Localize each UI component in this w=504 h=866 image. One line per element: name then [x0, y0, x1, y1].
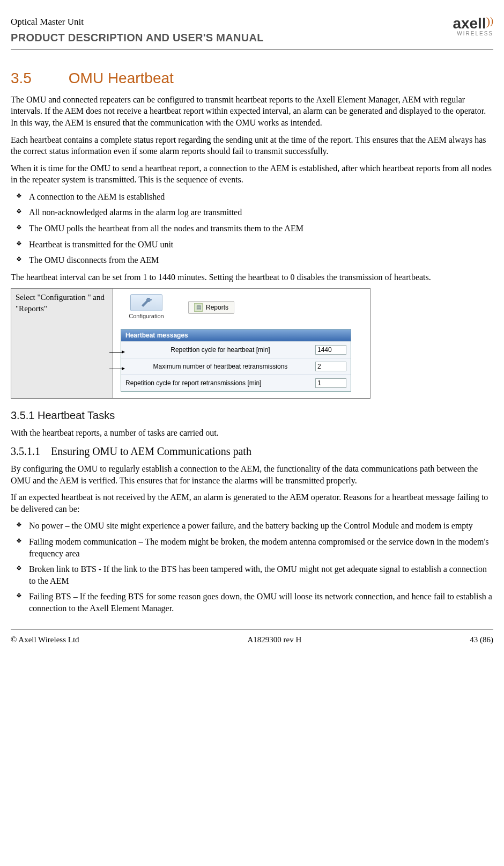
list-item: The OMU polls the heartbeat from all the…: [11, 223, 493, 234]
heartbeat-cycle-input[interactable]: [315, 345, 346, 355]
heartbeat-row-label: Repetition cycle for heartbeat [min]: [171, 346, 270, 354]
page-footer: © Axell Wireless Ltd A1829300 rev H 43 (…: [11, 634, 493, 645]
para-tasks: With the heartbeat reports, a number of …: [11, 427, 493, 439]
para-comm-2: If an expected heartbeat is not received…: [11, 491, 493, 515]
section-heading: 3.5 OMU Heartbeat: [11, 68, 493, 89]
toolbar-row: Configuration ▤ Reports: [121, 294, 366, 320]
heartbeat-row: Repetition cycle for heartbeat [min]: [121, 341, 351, 358]
report-retrans-input[interactable]: [315, 378, 346, 388]
footer-left: © Axell Wireless Ltd: [11, 634, 79, 645]
footer-center: A1829300 rev H: [248, 634, 302, 645]
heartbeat-row: Maximum number of heartbeat retransmissi…: [121, 358, 351, 375]
para-intro-3: When it is time for the OMU to send a he…: [11, 163, 493, 186]
section-number: 3.5: [11, 68, 64, 89]
screenshot-cell: Configuration ▤ Reports Heartbeat messag…: [113, 289, 370, 399]
header-rule: [11, 49, 493, 50]
list-item: All non-acknowledged alarms in the alarm…: [11, 207, 493, 218]
footer-rule: [11, 629, 493, 630]
subsub-number: 3.5.1.1: [11, 445, 40, 457]
heartbeat-panel-title: Heartbeat messages: [121, 329, 351, 341]
heartbeat-row-label: Maximum number of heartbeat retransmissi…: [153, 362, 288, 371]
max-retrans-input[interactable]: [315, 362, 346, 371]
list-item: A connection to the AEM is established: [11, 191, 493, 203]
logo: axell)) WIRELESS: [453, 16, 493, 36]
configuration-label: Configuration: [121, 312, 172, 320]
screenshot-table: Select "Configuration " and "Reports" Co…: [11, 288, 370, 399]
list-item: Failing BTS – If the feeding BTS for som…: [11, 591, 493, 614]
subsubsection-heading: 3.5.1.1 Ensuring OMU to AEM Communicatio…: [11, 444, 493, 459]
heartbeat-panel: Heartbeat messages Repetition cycle for …: [121, 329, 351, 392]
subsub-title: Ensuring OMU to AEM Communications path: [51, 445, 251, 457]
header-left: Optical Master Unit PRODUCT DESCRIPTION …: [11, 16, 453, 45]
configuration-button[interactable]: Configuration: [121, 294, 172, 320]
reports-button[interactable]: ▤ Reports: [188, 301, 234, 314]
reports-label: Reports: [206, 303, 228, 312]
list-item: The OMU disconnects from the AEM: [11, 254, 493, 266]
page-header: Optical Master Unit PRODUCT DESCRIPTION …: [11, 16, 493, 45]
heartbeat-row-label: Repetition cycle for report retransmissi…: [125, 379, 261, 387]
subsection-heading: 3.5.1 Heartbeat Tasks: [11, 408, 493, 423]
product-title: Optical Master Unit: [11, 16, 453, 28]
arrow-icon: [109, 369, 124, 369]
instruction-cell: Select "Configuration " and "Reports": [11, 289, 113, 399]
section-title: OMU Heartbeat: [69, 70, 174, 86]
svg-rect-0: [147, 299, 152, 300]
para-comm-1: By configuring the OMU to regularly esta…: [11, 463, 493, 486]
logo-subtext: WIRELESS: [453, 31, 493, 36]
sequence-list: A connection to the AEM is established A…: [11, 191, 493, 266]
para-intro-1: The OMU and connected repeaters can be c…: [11, 94, 493, 129]
list-item: No power – the OMU site might experience…: [11, 520, 493, 532]
list-item: Failing modem communication – The modem …: [11, 536, 493, 559]
para-intro-2: Each heartbeat contains a complete statu…: [11, 134, 493, 157]
footer-right: 43 (86): [470, 634, 493, 645]
reports-icon: ▤: [194, 303, 203, 312]
wrench-icon: [130, 294, 162, 311]
heartbeat-row: Repetition cycle for report retransmissi…: [121, 375, 351, 391]
list-item: Broken link to BTS - If the link to the …: [11, 563, 493, 586]
para-interval: The heartbeat interval can be set from 1…: [11, 271, 493, 283]
arrow-icon: [109, 352, 124, 353]
list-item: Heartbeat is transmitted for the OMU uni…: [11, 239, 493, 251]
logo-text: axell: [453, 15, 486, 32]
failure-list: No power – the OMU site might experience…: [11, 520, 493, 614]
manual-title: PRODUCT DESCRIPTION AND USER'S MANUAL: [11, 31, 453, 45]
